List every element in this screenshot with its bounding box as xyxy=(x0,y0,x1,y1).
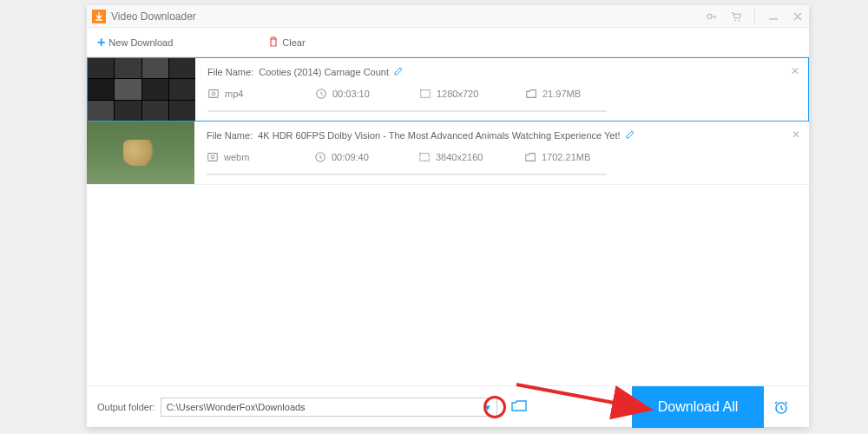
remove-item-button[interactable]: ✕ xyxy=(791,65,799,77)
svg-point-0 xyxy=(707,14,712,18)
duration-text: 00:09:40 xyxy=(332,152,369,162)
plus-icon: + xyxy=(97,36,105,49)
new-download-label: New Download xyxy=(108,37,173,48)
bottom-bar: Output folder: ▼ Download All xyxy=(87,385,809,427)
format-text: webm xyxy=(224,152,249,162)
size-icon xyxy=(524,151,536,163)
cart-icon[interactable] xyxy=(730,10,742,23)
output-folder-input[interactable] xyxy=(161,398,497,417)
titlebar: Video Downloader xyxy=(87,5,809,28)
download-item[interactable]: File Name: Cooties (2014) Carnage Count … xyxy=(87,57,809,122)
size-text: 1702.21MB xyxy=(542,152,590,162)
divider xyxy=(754,10,755,23)
clear-button[interactable]: Clear xyxy=(268,36,305,49)
format-text: mp4 xyxy=(225,89,243,99)
filename-text: Cooties (2014) Carnage Count xyxy=(259,67,389,77)
size-icon xyxy=(525,88,537,100)
key-icon[interactable] xyxy=(706,10,718,23)
schedule-button[interactable] xyxy=(764,398,799,416)
trash-icon xyxy=(268,36,279,49)
svg-rect-6 xyxy=(421,90,431,98)
app-title: Video Downloader xyxy=(111,10,196,23)
svg-point-2 xyxy=(739,19,740,21)
thumbnail xyxy=(87,122,194,184)
item-details: File Name: 4K HDR 60FPS Dolby Vision - T… xyxy=(194,122,809,184)
download-list: File Name: Cooties (2014) Carnage Count … xyxy=(87,57,809,385)
progress-bar xyxy=(207,174,606,175)
svg-point-8 xyxy=(211,155,214,159)
action-bar: + New Download Clear xyxy=(87,28,809,57)
size-text: 21.97MB xyxy=(542,89,581,99)
resolution-icon xyxy=(419,88,431,100)
format-icon xyxy=(207,88,220,100)
new-download-button[interactable]: + New Download xyxy=(97,36,173,49)
svg-rect-7 xyxy=(208,154,218,161)
duration-text: 00:03:10 xyxy=(332,89,370,99)
download-all-button[interactable]: Download All xyxy=(632,386,764,428)
filename-label: File Name: xyxy=(207,130,253,141)
svg-rect-10 xyxy=(420,154,430,161)
browse-folder-button[interactable] xyxy=(511,399,527,415)
svg-rect-3 xyxy=(209,90,219,98)
remove-item-button[interactable]: ✕ xyxy=(792,128,800,141)
edit-filename-icon[interactable] xyxy=(626,130,635,141)
app-window: Video Downloader + New Download Clear Fi… xyxy=(87,5,809,427)
output-folder-label: Output folder: xyxy=(97,402,155,412)
clock-icon xyxy=(314,151,326,163)
app-icon xyxy=(92,10,106,23)
close-button[interactable] xyxy=(792,10,804,23)
svg-line-12 xyxy=(516,385,647,409)
svg-point-1 xyxy=(734,19,736,21)
item-details: File Name: Cooties (2014) Carnage Count … xyxy=(195,58,808,121)
thumbnail xyxy=(88,58,195,121)
filename-text: 4K HDR 60FPS Dolby Vision - The Most Adv… xyxy=(258,130,620,141)
filename-label: File Name: xyxy=(207,67,253,77)
resolution-icon xyxy=(418,151,431,163)
minimize-button[interactable] xyxy=(767,10,779,23)
clear-label: Clear xyxy=(282,37,305,48)
edit-filename-icon[interactable] xyxy=(394,67,403,77)
resolution-text: 1280x720 xyxy=(437,89,478,99)
progress-bar xyxy=(207,110,607,112)
svg-point-4 xyxy=(212,92,215,95)
format-icon xyxy=(207,151,219,163)
download-item[interactable]: File Name: 4K HDR 60FPS Dolby Vision - T… xyxy=(87,122,809,185)
resolution-text: 3840x2160 xyxy=(436,152,483,162)
clock-icon xyxy=(315,88,327,100)
